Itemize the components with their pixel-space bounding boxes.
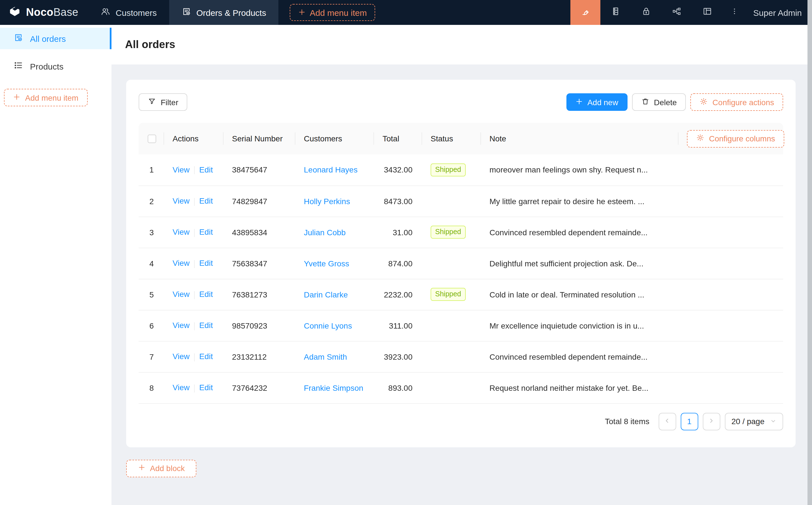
sidebar-add-menu-item-button[interactable]: Add menu item bbox=[4, 89, 88, 106]
column-header-serial-number: Serial Number bbox=[223, 123, 295, 154]
chevron-right-icon bbox=[708, 417, 715, 426]
pagination-total: Total 8 items bbox=[605, 417, 649, 426]
view-link[interactable]: View bbox=[172, 383, 189, 392]
edit-link[interactable]: Edit bbox=[199, 290, 213, 299]
customers-icon bbox=[101, 7, 111, 18]
view-link[interactable]: View bbox=[172, 228, 189, 237]
row-actions-cell: ViewEdit bbox=[163, 310, 223, 341]
row-actions-cell: ViewEdit bbox=[163, 372, 223, 403]
filter-button-label: Filter bbox=[161, 98, 178, 107]
delete-button[interactable]: Delete bbox=[632, 93, 686, 111]
total-cell: 893.00 bbox=[374, 372, 422, 403]
orders-form-icon bbox=[182, 7, 191, 18]
total-cell: 31.00 bbox=[374, 216, 422, 248]
note-cell: Convinced resembled dependent remainde..… bbox=[481, 216, 678, 248]
nav-item-customers[interactable]: Customers bbox=[89, 0, 169, 25]
edit-link[interactable]: Edit bbox=[199, 321, 213, 330]
page-title: All orders bbox=[125, 38, 175, 51]
column-header-customers: Customers bbox=[295, 123, 374, 154]
add-block-label: Add block bbox=[150, 464, 185, 473]
gear-icon bbox=[699, 97, 708, 107]
edit-link[interactable]: Edit bbox=[199, 259, 213, 268]
add-new-button[interactable]: Add new bbox=[566, 93, 627, 111]
customer-link[interactable]: Connie Lyons bbox=[304, 321, 352, 330]
view-link[interactable]: View bbox=[172, 321, 189, 330]
pagination-page-1[interactable]: 1 bbox=[680, 412, 698, 430]
link-divider bbox=[194, 198, 195, 205]
total-cell: 874.00 bbox=[374, 248, 422, 279]
customer-link[interactable]: Yvette Gross bbox=[304, 259, 349, 268]
sidebar-item-all-orders[interactable]: All orders bbox=[0, 28, 112, 49]
pagination-next-button[interactable] bbox=[702, 412, 720, 430]
serial-number-cell: 23132112 bbox=[223, 341, 295, 372]
column-header-actions: Actions bbox=[163, 123, 223, 154]
plus-icon bbox=[138, 464, 145, 473]
lock-icon bbox=[641, 6, 651, 19]
plugins-button[interactable] bbox=[662, 0, 692, 25]
customer-link[interactable]: Leonard Hayes bbox=[304, 165, 358, 174]
orders-form-icon bbox=[14, 33, 23, 44]
view-link[interactable]: View bbox=[172, 196, 189, 205]
app-window: NocoBase Customers bbox=[0, 0, 812, 505]
customer-link[interactable]: Darin Clarke bbox=[304, 290, 348, 299]
customer-link[interactable]: Frankie Simpson bbox=[304, 383, 363, 392]
row-index: 3 bbox=[139, 216, 163, 248]
status-cell bbox=[422, 341, 481, 372]
table-row: 1 ViewEdit 38475647 Leonard Hayes 3432.0… bbox=[139, 154, 783, 185]
edit-link[interactable]: Edit bbox=[199, 196, 213, 205]
layout-icon bbox=[702, 6, 712, 19]
collections-button[interactable] bbox=[600, 0, 631, 25]
sidebar-item-products[interactable]: Products bbox=[0, 55, 112, 77]
view-link[interactable]: View bbox=[172, 352, 189, 361]
column-header-status: Status bbox=[422, 123, 481, 154]
row-index: 2 bbox=[139, 185, 163, 216]
empty-cell bbox=[678, 279, 783, 310]
nav-add-menu-item-button[interactable]: Add menu item bbox=[290, 4, 376, 21]
edit-link[interactable]: Edit bbox=[199, 165, 213, 174]
org-chart-icon bbox=[672, 6, 682, 19]
permissions-button[interactable] bbox=[631, 0, 662, 25]
total-cell: 2232.00 bbox=[374, 279, 422, 310]
select-all-checkbox[interactable] bbox=[148, 135, 156, 143]
nav-item-orders-products[interactable]: Orders & Products bbox=[169, 0, 279, 25]
scrollbar[interactable] bbox=[807, 0, 812, 505]
empty-cell bbox=[678, 185, 783, 216]
edit-link[interactable]: Edit bbox=[199, 352, 213, 361]
customer-link[interactable]: Julian Cobb bbox=[304, 228, 346, 237]
view-link[interactable]: View bbox=[172, 259, 189, 268]
customer-link[interactable]: Holly Perkins bbox=[304, 196, 350, 205]
row-index: 7 bbox=[139, 341, 163, 372]
ui-editor-button[interactable] bbox=[570, 0, 600, 25]
serial-number-cell: 98570923 bbox=[223, 310, 295, 341]
customer-cell: Darin Clarke bbox=[295, 279, 374, 310]
more-options-button[interactable] bbox=[722, 0, 747, 25]
empty-cell bbox=[678, 154, 783, 185]
table-toolbar: Filter Add new bbox=[139, 93, 783, 111]
layout-button[interactable] bbox=[692, 0, 722, 25]
main-area: All orders Filter bbox=[112, 25, 812, 505]
pagination-prev-button[interactable] bbox=[658, 412, 676, 430]
list-icon bbox=[14, 60, 23, 72]
row-actions-cell: ViewEdit bbox=[163, 216, 223, 248]
table-row: 8 ViewEdit 73764232 Frankie Simpson 893.… bbox=[139, 372, 783, 403]
nocobase-logo[interactable]: NocoBase bbox=[0, 0, 89, 25]
configure-columns-button[interactable]: Configure columns bbox=[687, 130, 784, 147]
edit-link[interactable]: Edit bbox=[199, 383, 213, 392]
user-menu[interactable]: Super Admin bbox=[747, 0, 812, 25]
table-row: 4 ViewEdit 75638347 Yvette Gross 874.00 … bbox=[139, 248, 783, 279]
table-row: 7 ViewEdit 23132112 Adam Smith 3923.00 C… bbox=[139, 341, 783, 372]
customer-link[interactable]: Adam Smith bbox=[304, 352, 347, 361]
status-cell: Shipped bbox=[422, 216, 481, 248]
view-link[interactable]: View bbox=[172, 165, 189, 174]
view-link[interactable]: View bbox=[172, 290, 189, 299]
configure-actions-button[interactable]: Configure actions bbox=[690, 93, 783, 111]
configure-actions-label: Configure actions bbox=[712, 98, 774, 107]
page-size-select[interactable]: 20 / page bbox=[724, 412, 783, 430]
add-block-button[interactable]: Add block bbox=[126, 460, 196, 477]
row-index: 5 bbox=[139, 279, 163, 310]
edit-link[interactable]: Edit bbox=[199, 228, 213, 237]
row-actions-cell: ViewEdit bbox=[163, 154, 223, 185]
filter-button[interactable]: Filter bbox=[139, 93, 187, 111]
status-badge: Shipped bbox=[431, 288, 466, 301]
table-row: 3 ViewEdit 43895834 Julian Cobb 31.00 Sh… bbox=[139, 216, 783, 248]
